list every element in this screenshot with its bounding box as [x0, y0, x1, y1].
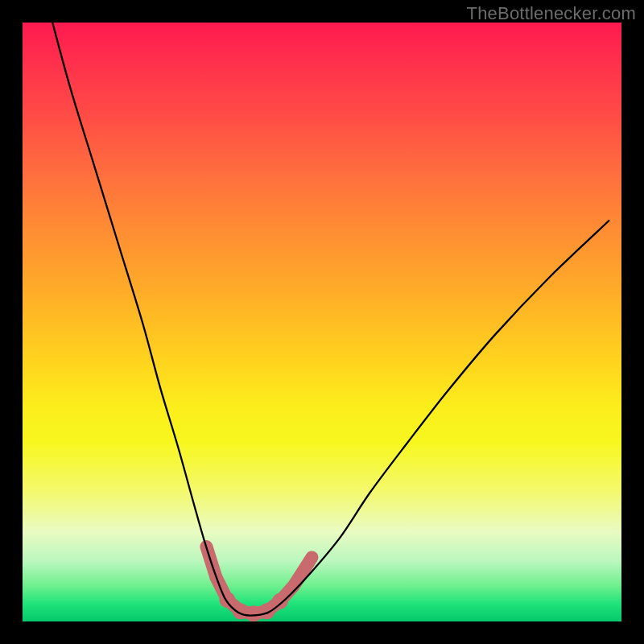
trough-marker-dot: [272, 593, 288, 609]
chart-frame: TheBottlenecker.com: [0, 0, 644, 644]
bottleneck-curve: [52, 23, 609, 616]
trough-marker-dot: [259, 603, 275, 619]
trough-marker-dot: [219, 592, 235, 608]
plot-area: [23, 23, 621, 621]
trough-marker-dot: [288, 580, 299, 591]
watermark-label: TheBottlenecker.com: [467, 3, 636, 24]
chart-svg: [23, 23, 621, 621]
trough-marker-dot: [306, 551, 317, 563]
